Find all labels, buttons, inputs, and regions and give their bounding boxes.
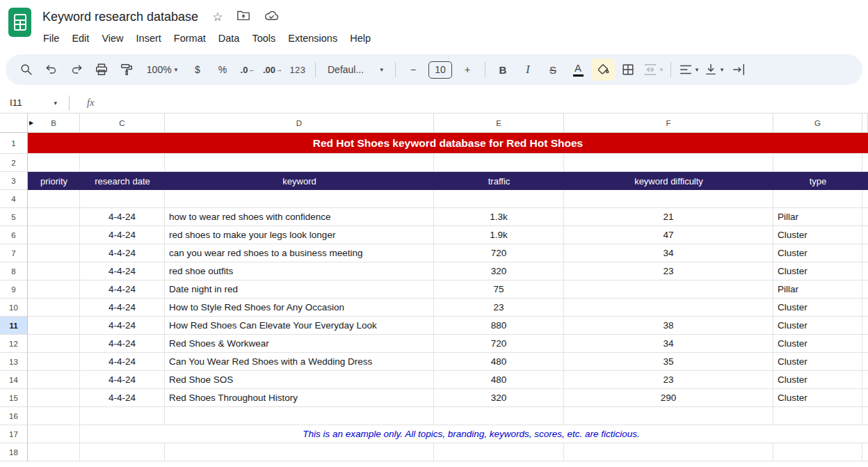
cell-E9[interactable]: 75 [434, 280, 564, 299]
cell-B5[interactable] [28, 208, 80, 226]
cell-E13[interactable]: 480 [434, 353, 564, 371]
cell-B6[interactable] [28, 226, 80, 244]
borders-button[interactable] [616, 58, 640, 81]
cell-G18[interactable] [773, 443, 862, 461]
cell-H12[interactable] [862, 335, 868, 353]
increase-font-size-button[interactable]: + [456, 58, 479, 81]
hidden-column-indicator-icon[interactable]: ▶ [29, 120, 33, 126]
select-all-corner[interactable] [0, 113, 28, 132]
strikethrough-button[interactable]: S [541, 58, 565, 81]
cell-H4[interactable] [862, 190, 868, 208]
cell-F18[interactable] [564, 443, 773, 461]
cell-E12[interactable]: 720 [434, 335, 564, 353]
undo-icon[interactable] [40, 58, 63, 81]
cell-G5[interactable]: Pillar [773, 208, 862, 226]
cell-C12[interactable]: 4-4-24 [80, 335, 165, 353]
cell-E4[interactable] [434, 190, 564, 208]
cell-B14[interactable] [28, 371, 80, 389]
cell-B18[interactable] [28, 443, 80, 461]
percent-format-button[interactable]: % [211, 58, 234, 81]
cell-D9[interactable]: Date night in red [165, 280, 434, 299]
cell-D12[interactable]: Red Shoes & Workwear [165, 335, 434, 353]
cell-H10[interactable] [862, 299, 868, 317]
menu-file[interactable]: File [37, 31, 65, 46]
field-header-keyword[interactable]: keyword [165, 172, 434, 190]
row-header-17[interactable]: 17 [0, 425, 28, 443]
row-header-14[interactable]: 14 [0, 371, 28, 389]
cell-B4[interactable] [28, 190, 80, 208]
cell-C16[interactable] [80, 407, 165, 425]
cell-E11[interactable]: 880 [434, 317, 564, 335]
field-header-priority[interactable]: priority [28, 172, 80, 190]
cell-H18[interactable] [862, 443, 868, 461]
field-header-traffic[interactable]: traffic [434, 172, 564, 190]
row-header-12[interactable]: 12 [0, 335, 28, 353]
column-header-G[interactable]: G [773, 113, 862, 132]
cell-D2[interactable] [165, 154, 434, 172]
cell-H5[interactable] [862, 208, 868, 226]
cell-G13[interactable]: Cluster [773, 353, 862, 371]
menu-tools[interactable]: Tools [246, 31, 282, 46]
row-header-6[interactable]: 6 [0, 226, 28, 244]
cell-G2[interactable] [773, 154, 862, 172]
font-size-input[interactable]: 10 [428, 61, 452, 79]
cell-H16[interactable] [862, 407, 868, 425]
font-family-select[interactable]: Defaul... ▾ [321, 58, 389, 81]
cell-F6[interactable]: 47 [564, 226, 773, 244]
title-banner-cell[interactable]: Red Hot Shoes keyword database for Red H… [28, 133, 868, 154]
cell-C5[interactable]: 4-4-24 [80, 208, 165, 226]
cell-C18[interactable] [80, 443, 165, 461]
increase-decimal-button[interactable]: .00→ [261, 58, 284, 81]
cell-H15[interactable] [862, 389, 868, 407]
text-wrap-button[interactable] [727, 58, 750, 81]
row-header-15[interactable]: 15 [0, 389, 28, 407]
row-header-8[interactable]: 8 [0, 262, 28, 280]
cell-F13[interactable]: 35 [564, 353, 773, 371]
row-header-11[interactable]: 11 [0, 317, 28, 335]
field-header-research-date[interactable]: research date [80, 172, 165, 190]
cell-E18[interactable] [434, 443, 564, 461]
menu-help[interactable]: Help [344, 31, 377, 46]
cell-B11[interactable] [28, 317, 80, 335]
cell-G10[interactable]: Cluster [773, 299, 862, 317]
cell-B9[interactable] [28, 280, 80, 299]
cell-F10[interactable] [564, 299, 773, 317]
row-header-3[interactable]: 3 [0, 172, 28, 190]
zoom-select[interactable]: 100% ▾ [140, 58, 184, 81]
text-color-button[interactable]: A [566, 58, 590, 81]
cell-G11[interactable]: Cluster [773, 317, 862, 335]
cell-G12[interactable]: Cluster [773, 335, 862, 353]
cell-G14[interactable]: Cluster [773, 371, 862, 389]
cell-C14[interactable]: 4-4-24 [80, 371, 165, 389]
cell-F4[interactable] [564, 190, 773, 208]
cell-D11[interactable]: How Red Shoes Can Elevate Your Everyday … [165, 317, 434, 335]
cell-F2[interactable] [564, 154, 773, 172]
cell-B10[interactable] [28, 299, 80, 317]
italic-button[interactable]: I [516, 58, 540, 81]
cell-E8[interactable]: 320 [434, 262, 564, 280]
cell-C4[interactable] [80, 190, 165, 208]
column-header-C[interactable]: C [80, 113, 165, 132]
cell-H2[interactable] [862, 154, 868, 172]
cell-D16[interactable] [165, 407, 434, 425]
cell-D7[interactable]: can you wear red shoes to a business mee… [165, 244, 434, 262]
merge-cells-button[interactable]: ▾ [641, 58, 665, 81]
cell-F9[interactable] [564, 280, 773, 299]
row-header-18[interactable]: 18 [0, 443, 28, 461]
field-header-type[interactable]: type [773, 172, 862, 190]
cell-C10[interactable]: 4-4-24 [80, 299, 165, 317]
cloud-saved-icon[interactable] [264, 8, 280, 25]
print-icon[interactable] [90, 58, 113, 81]
number-format-button[interactable]: 123 [286, 58, 310, 81]
decrease-decimal-button[interactable]: .0← [236, 58, 259, 81]
cell-C8[interactable]: 4-4-24 [80, 262, 165, 280]
cell-D8[interactable]: red shoe outfits [165, 262, 434, 280]
column-header-partial[interactable] [862, 113, 868, 132]
cell-H8[interactable] [862, 262, 868, 280]
cell-E10[interactable]: 23 [434, 299, 564, 317]
cell-F16[interactable] [564, 407, 773, 425]
row-header-1[interactable]: 1 [0, 133, 28, 154]
menu-edit[interactable]: Edit [65, 31, 95, 46]
document-title[interactable]: Keyword research database [42, 10, 198, 24]
field-header-blank[interactable] [862, 172, 868, 190]
